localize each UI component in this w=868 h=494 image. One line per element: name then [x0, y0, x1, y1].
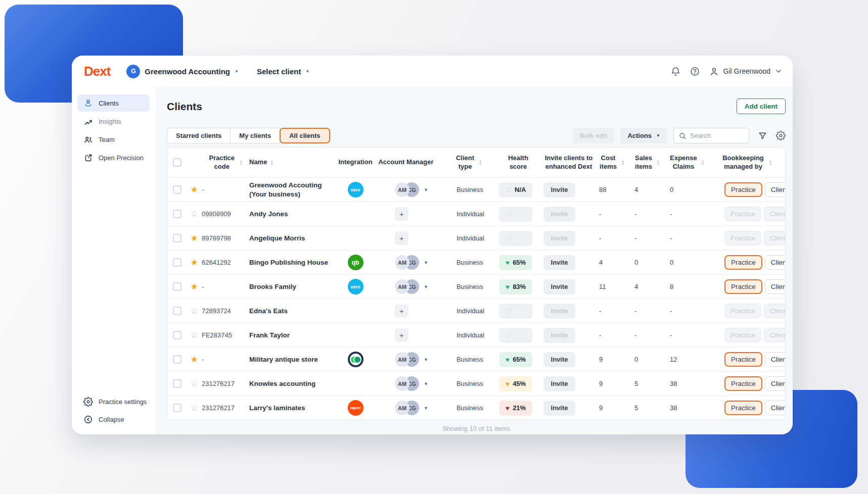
- row-checkbox[interactable]: [173, 282, 181, 291]
- account-manager-cell: +: [378, 207, 434, 221]
- notifications-bell-icon[interactable]: [670, 66, 681, 77]
- invite-button[interactable]: Invite: [543, 376, 575, 391]
- practice-button[interactable]: Practice: [724, 328, 761, 342]
- client-button[interactable]: Client: [765, 401, 786, 415]
- star-toggle[interactable]: ★: [190, 233, 198, 243]
- practice-button[interactable]: Practice: [724, 279, 762, 294]
- add-account-manager-button[interactable]: +: [395, 328, 408, 342]
- account-manager-avatars[interactable]: AM CG ▼: [395, 182, 428, 197]
- column-header-sales-items[interactable]: Sales items▲▼: [633, 154, 669, 171]
- invite-button[interactable]: Invite: [543, 328, 575, 343]
- cost-items-cell: -: [598, 331, 633, 339]
- star-toggle[interactable]: ☆: [190, 378, 198, 389]
- client-name: Andy Jones: [249, 210, 288, 219]
- help-icon[interactable]: [690, 66, 700, 77]
- star-toggle[interactable]: ☆: [190, 209, 198, 219]
- add-account-manager-button[interactable]: +: [395, 304, 408, 318]
- star-toggle[interactable]: ☆: [190, 330, 198, 340]
- sidebar-item-insights[interactable]: Insights: [77, 113, 150, 130]
- client-button[interactable]: Client: [764, 231, 786, 245]
- practice-button[interactable]: Practice: [724, 352, 762, 367]
- practice-code-cell: 72893724: [202, 307, 248, 315]
- account-manager-avatars[interactable]: AM CG ▼: [395, 401, 428, 415]
- bulk-edit-button[interactable]: Bulk edit: [573, 128, 615, 143]
- practice-button[interactable]: Practice: [724, 401, 762, 415]
- add-account-manager-button[interactable]: +: [395, 231, 408, 245]
- sidebar-item-team[interactable]: Team: [77, 131, 150, 148]
- account-manager-avatars[interactable]: AM CG ▼: [395, 279, 428, 294]
- star-toggle[interactable]: ☆: [190, 403, 198, 413]
- column-header-client-type[interactable]: Client type▲▼: [434, 154, 483, 171]
- client-button[interactable]: Client: [764, 207, 786, 221]
- client-button[interactable]: Client: [765, 279, 786, 294]
- star-toggle[interactable]: ★: [190, 257, 198, 268]
- invite-button[interactable]: Invite: [543, 255, 575, 270]
- row-checkbox[interactable]: [173, 331, 181, 339]
- client-button[interactable]: Client: [765, 352, 786, 367]
- invite-button[interactable]: Invite: [543, 401, 575, 416]
- tab-my-clients[interactable]: My clients: [230, 128, 280, 143]
- practice-button[interactable]: Practice: [724, 182, 762, 197]
- column-header-bookkeeping[interactable]: Bookkeeping managed by▲▼: [713, 154, 786, 171]
- row-checkbox[interactable]: [173, 379, 181, 388]
- row-checkbox[interactable]: [173, 307, 181, 315]
- practice-switcher[interactable]: G Greenwood Accounting ▼: [126, 65, 239, 78]
- column-header-account-manager: Account Manager: [378, 158, 434, 166]
- integration-cell: xero: [333, 182, 378, 197]
- star-toggle[interactable]: ★: [190, 354, 198, 365]
- invite-button[interactable]: Invite: [543, 207, 575, 222]
- row-checkbox[interactable]: [173, 234, 181, 242]
- account-manager-avatars[interactable]: AM CG ▼: [395, 255, 428, 270]
- tab-all-clients[interactable]: All clients: [280, 128, 330, 143]
- column-header-cost-items[interactable]: Cost items▲▼: [598, 154, 633, 171]
- column-header-name[interactable]: Name▲▼: [248, 158, 333, 166]
- search-input[interactable]: [690, 132, 744, 139]
- sidebar-item-collapse[interactable]: Collapse: [77, 411, 150, 428]
- client-type-cell: Business: [434, 259, 483, 266]
- sidebar-item-clients[interactable]: Clients: [77, 94, 150, 112]
- add-account-manager-button[interactable]: +: [395, 207, 408, 221]
- client-button[interactable]: Client: [765, 376, 786, 391]
- practice-button[interactable]: Practice: [724, 304, 761, 318]
- account-manager-avatars[interactable]: AM CG ▼: [395, 352, 428, 367]
- invite-button[interactable]: Invite: [543, 279, 575, 294]
- invite-button[interactable]: Invite: [543, 304, 575, 319]
- star-toggle[interactable]: ☆: [190, 306, 198, 316]
- practice-button[interactable]: Practice: [724, 231, 761, 245]
- tab-starred-clients[interactable]: Starred clients: [167, 128, 231, 143]
- select-client-dropdown[interactable]: Select client ▼: [257, 67, 309, 76]
- actions-button[interactable]: Actions ▼: [620, 128, 667, 143]
- table-settings-gear-icon[interactable]: [776, 131, 786, 140]
- row-checkbox[interactable]: [173, 258, 181, 267]
- client-button[interactable]: Client: [765, 255, 786, 270]
- row-checkbox[interactable]: [173, 404, 181, 412]
- invite-button[interactable]: Invite: [543, 352, 575, 367]
- integration-cell: zapier: [333, 400, 378, 416]
- account-manager-avatars[interactable]: AM CG ▼: [395, 376, 428, 391]
- user-menu[interactable]: Gil Greenwood: [709, 66, 783, 77]
- select-all-checkbox[interactable]: [173, 158, 181, 167]
- filter-icon[interactable]: [758, 131, 767, 140]
- client-button[interactable]: Client: [764, 328, 786, 342]
- column-header-practice-code[interactable]: Practice code▲▼: [202, 154, 248, 171]
- invite-button[interactable]: Invite: [543, 231, 575, 246]
- practice-button[interactable]: Practice: [724, 255, 762, 270]
- add-client-button[interactable]: Add client: [737, 98, 786, 114]
- practice-button[interactable]: Practice: [724, 207, 761, 221]
- star-toggle[interactable]: ★: [190, 281, 198, 292]
- bookkeeping-cell: Practice Client: [713, 304, 786, 318]
- client-button[interactable]: Client: [765, 182, 786, 197]
- sidebar-item-practice-settings[interactable]: Practice settings: [77, 393, 150, 410]
- sort-icons: ▲▼: [240, 160, 243, 166]
- practice-button[interactable]: Practice: [724, 376, 762, 391]
- row-checkbox[interactable]: [173, 355, 181, 364]
- search-box[interactable]: [673, 128, 749, 143]
- client-button[interactable]: Client: [764, 304, 786, 318]
- invite-button[interactable]: Invite: [543, 182, 575, 197]
- table-row: ★ 89789798 Angelique Morris + Individual…: [167, 226, 785, 250]
- row-checkbox[interactable]: [173, 210, 181, 218]
- column-header-expense-claims[interactable]: Expense Claims▲▼: [669, 154, 713, 171]
- row-checkbox[interactable]: [173, 185, 181, 194]
- sidebar-item-open-precision[interactable]: Open Precision: [77, 149, 150, 166]
- star-toggle[interactable]: ★: [190, 184, 198, 195]
